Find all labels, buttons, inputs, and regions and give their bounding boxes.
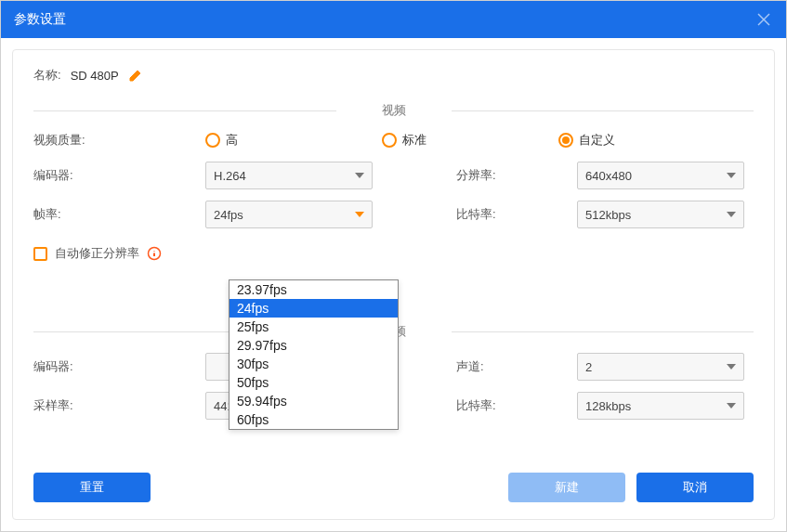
name-row: 名称: SD 480P (33, 67, 754, 84)
close-icon[interactable] (754, 10, 773, 29)
section-video-header: 视频 (33, 102, 754, 119)
radio-high[interactable]: 高 (205, 132, 382, 149)
audio-bitrate-label: 比特率: (419, 397, 577, 414)
dialog-body: 名称: SD 480P 视频 视频质量: 高 标准 自定义 (12, 49, 775, 520)
new-button[interactable]: 新建 (508, 473, 625, 502)
chevron-down-icon (727, 403, 736, 409)
framerate-option[interactable]: 29.97fps (230, 336, 398, 355)
framerate-option[interactable]: 23.97fps (230, 280, 398, 299)
resolution-label: 分辨率: (419, 167, 577, 184)
video-quality-label: 视频质量: (33, 132, 205, 149)
channels-select[interactable]: 2 (577, 353, 744, 381)
audio-bitrate-select[interactable]: 128kbps (577, 392, 744, 420)
framerate-dropdown: 23.97fps 24fps 25fps 29.97fps 30fps 50fp… (229, 279, 399, 430)
video-bitrate-label: 比特率: (419, 206, 577, 223)
video-row-encoder: 编码器: H.264 分辨率: 640x480 (33, 162, 754, 189)
radio-icon (382, 133, 397, 148)
video-row-framerate: 帧率: 24fps 比特率: 512kbps (33, 201, 754, 228)
name-value: SD 480P (71, 69, 119, 83)
autofix-row: 自动修正分辨率 (33, 245, 754, 262)
samplerate-label: 采样率: (33, 397, 205, 414)
framerate-option[interactable]: 50fps (230, 373, 398, 392)
radio-icon (558, 133, 573, 148)
dialog-title: 参数设置 (14, 11, 66, 28)
radio-icon (205, 133, 220, 148)
chevron-down-icon (727, 212, 736, 217)
framerate-option[interactable]: 60fps (230, 410, 398, 429)
footer: 重置 新建 取消 (33, 458, 754, 502)
audio-encoder-label: 编码器: (33, 358, 205, 375)
radio-custom[interactable]: 自定义 (558, 132, 735, 149)
framerate-option[interactable]: 30fps (230, 355, 398, 373)
radio-standard[interactable]: 标准 (382, 132, 558, 149)
edit-icon[interactable] (128, 68, 143, 83)
chevron-down-icon (727, 364, 736, 370)
framerate-option[interactable]: 59.94fps (230, 392, 398, 410)
framerate-option[interactable]: 24fps (230, 299, 398, 318)
video-quality-row: 视频质量: 高 标准 自定义 (33, 132, 754, 149)
settings-dialog: 参数设置 名称: SD 480P 视频 视频质量: 高 标准 (0, 0, 787, 532)
autofix-label: 自动修正分辨率 (55, 245, 139, 262)
titlebar: 参数设置 (1, 1, 786, 38)
framerate-option[interactable]: 25fps (230, 318, 398, 336)
framerate-label: 帧率: (33, 206, 205, 223)
chevron-down-icon (727, 173, 736, 178)
name-label: 名称: (33, 67, 61, 84)
video-encoder-select[interactable]: H.264 (205, 162, 373, 189)
reset-button[interactable]: 重置 (33, 473, 151, 502)
cancel-button[interactable]: 取消 (636, 473, 754, 502)
info-icon[interactable] (147, 246, 162, 261)
chevron-down-icon (355, 173, 364, 178)
framerate-select[interactable]: 24fps (205, 201, 373, 228)
channels-label: 声道: (419, 358, 577, 375)
resolution-select[interactable]: 640x480 (577, 162, 744, 189)
autofix-checkbox[interactable] (33, 247, 47, 261)
chevron-down-icon (355, 212, 364, 217)
video-bitrate-select[interactable]: 512kbps (577, 201, 744, 228)
video-encoder-label: 编码器: (33, 167, 205, 184)
